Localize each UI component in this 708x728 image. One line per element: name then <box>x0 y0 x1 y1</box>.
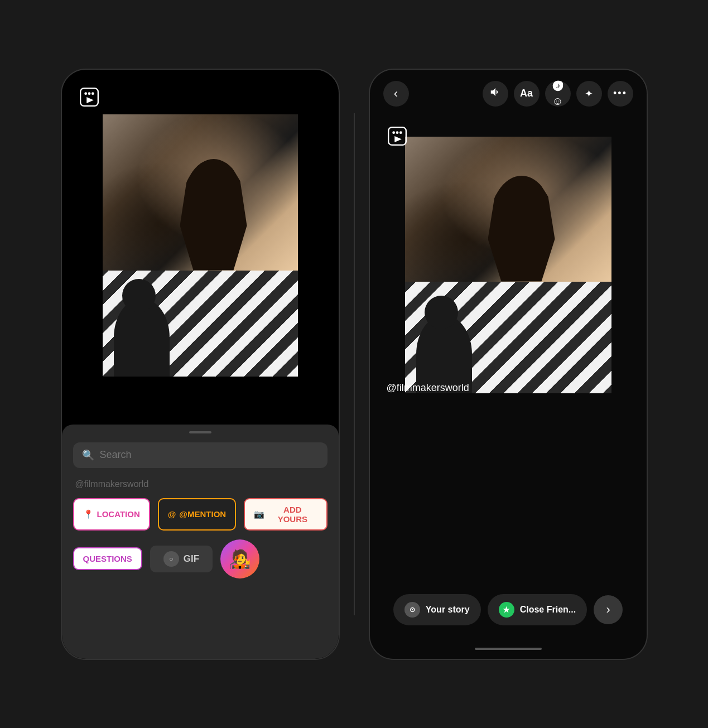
left-striped-image <box>103 271 298 377</box>
left-phone: 🔍 @filmmakersworld 📍 LOCATION @ @MENTION <box>61 69 340 660</box>
location-label: LOCATION <box>97 509 140 519</box>
effects-button[interactable]: ✦ <box>576 81 602 107</box>
svg-marker-9 <box>394 136 402 142</box>
questions-sticker-btn[interactable]: QUESTIONS <box>73 547 142 570</box>
avatar-sticker[interactable] <box>220 539 259 578</box>
add-yours-label: ADD YOURS <box>268 505 317 524</box>
text-icon: Aa <box>520 88 533 99</box>
gif-label: GIF <box>184 553 199 565</box>
star-icon: ★ <box>503 605 510 614</box>
sticker-username: @filmmakersworld <box>73 479 327 489</box>
camera-icon: 📷 <box>254 509 264 519</box>
your-story-label: Your story <box>426 605 470 615</box>
svg-rect-0 <box>80 88 98 106</box>
location-pin-icon: 📍 <box>83 509 94 519</box>
back-icon: ‹ <box>394 86 398 101</box>
your-story-button[interactable]: ⊙ Your story <box>393 594 481 625</box>
reels-icon-right <box>387 126 408 149</box>
location-sticker-btn[interactable]: 📍 LOCATION <box>73 498 150 531</box>
arrow-button[interactable]: › <box>594 595 623 624</box>
left-content-area: 🔍 @filmmakersworld 📍 LOCATION @ @MENTION <box>62 70 339 659</box>
more-icon: ••• <box>613 88 627 99</box>
svg-point-2 <box>88 92 90 95</box>
search-icon: 🔍 <box>82 449 94 461</box>
arrow-icon: › <box>606 602 610 617</box>
svg-point-1 <box>84 92 87 95</box>
gif-sticker-btn[interactable]: ○ GIF <box>150 546 213 572</box>
sticker-button[interactable]: ☺ <box>545 81 571 107</box>
close-friends-label: Close Frien... <box>520 605 576 615</box>
close-friends-icon: ★ <box>499 602 514 618</box>
toolbar-right-group: Aa ☺ ✦ <box>483 81 633 107</box>
at-icon: @ <box>168 509 176 519</box>
text-button[interactable]: Aa <box>514 81 540 107</box>
sheet-handle[interactable] <box>189 431 211 433</box>
svg-point-3 <box>91 92 94 95</box>
right-top-toolbar: ‹ Aa <box>370 70 647 113</box>
left-media-stack <box>103 114 298 377</box>
right-home-indicator <box>475 648 542 650</box>
sticker-bottom-sheet: 🔍 @filmmakersworld 📍 LOCATION @ @MENTION <box>62 425 339 659</box>
right-silhouette <box>416 315 472 393</box>
mention-sticker-btn[interactable]: @ @MENTION <box>158 498 236 531</box>
more-button[interactable]: ••• <box>608 81 633 107</box>
sound-icon <box>489 86 502 101</box>
right-photo-image <box>405 137 611 282</box>
svg-point-8 <box>399 131 402 134</box>
phones-divider <box>354 113 355 615</box>
left-photo-image <box>103 114 298 271</box>
svg-point-6 <box>392 131 395 134</box>
sticker-row-2: QUESTIONS ○ GIF <box>73 539 327 578</box>
sticker-search-bar[interactable]: 🔍 <box>73 442 327 468</box>
back-button[interactable]: ‹ <box>383 81 409 107</box>
questions-label: QUESTIONS <box>83 554 132 563</box>
story-icon: ⊙ <box>404 602 420 618</box>
username-tag: @filmmakersworld <box>387 382 469 394</box>
search-input[interactable] <box>100 449 319 461</box>
right-phone: ‹ Aa <box>369 69 648 660</box>
sticker-row-1: 📍 LOCATION @ @MENTION 📷 ADD YOURS <box>73 498 327 531</box>
left-silhouette <box>114 298 170 377</box>
gif-circle-icon: ○ <box>163 551 179 567</box>
add-yours-sticker-btn[interactable]: 📷 ADD YOURS <box>244 498 327 531</box>
close-friends-button[interactable]: ★ Close Frien... <box>488 594 587 625</box>
reels-icon-left <box>79 86 100 110</box>
svg-point-7 <box>396 131 398 134</box>
right-striped-image <box>405 282 611 393</box>
sound-button[interactable] <box>483 81 508 107</box>
svg-marker-4 <box>86 97 94 103</box>
mention-label: @MENTION <box>179 509 226 519</box>
right-content-area: ‹ Aa <box>370 70 647 659</box>
effects-icon: ✦ <box>585 88 593 100</box>
story-reel-icon: ⊙ <box>410 606 415 614</box>
right-media-stack <box>405 137 611 393</box>
svg-rect-5 <box>388 127 406 145</box>
sticker-icon: ☺ <box>545 80 571 108</box>
bottom-actions: ⊙ Your story ★ Close Frien... › <box>370 594 647 625</box>
